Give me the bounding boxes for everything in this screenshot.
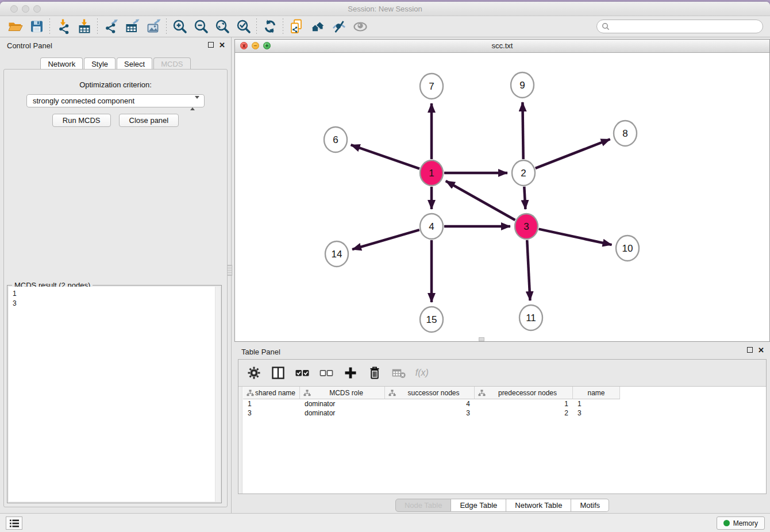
window-zoom-button[interactable] xyxy=(33,5,41,13)
import-network-button[interactable] xyxy=(52,17,74,36)
float-panel-icon[interactable] xyxy=(747,347,753,353)
column-header-name[interactable]: name xyxy=(573,387,620,399)
tab-network-table[interactable]: Network Table xyxy=(506,499,571,512)
table-row[interactable]: 1dominator411 xyxy=(243,399,766,408)
graph-edge-2-8[interactable] xyxy=(536,139,610,168)
close-panel-button[interactable]: Close panel xyxy=(119,114,179,127)
network-close-button[interactable]: x xyxy=(240,42,248,49)
table-row[interactable]: 3dominator323 xyxy=(243,408,766,418)
zoom-fit-button[interactable] xyxy=(211,17,233,36)
network-graph[interactable]: 7968124314101511 xyxy=(235,53,769,341)
float-panel-icon[interactable] xyxy=(208,42,214,48)
table-header-row: shared nameMCDS rolesuccessor nodesprede… xyxy=(243,387,620,399)
criterion-select[interactable]: strongly connected component xyxy=(26,94,205,107)
hide-graphics-details-button[interactable] xyxy=(328,17,349,36)
close-panel-icon[interactable]: ✕ xyxy=(219,42,225,48)
search-input[interactable] xyxy=(610,22,758,31)
graph-node-8[interactable]: 8 xyxy=(614,121,637,146)
split-view-button[interactable] xyxy=(270,364,287,381)
show-all-networks-button[interactable] xyxy=(307,17,328,36)
network-canvas[interactable]: 7968124314101511 xyxy=(235,53,769,341)
checked-boxes-icon xyxy=(295,365,310,380)
table-cell[interactable]: 2 xyxy=(475,408,573,418)
memory-button[interactable]: Memory xyxy=(717,516,765,530)
deselect-all-button[interactable] xyxy=(318,364,335,381)
function-builder-button[interactable]: f(x) xyxy=(414,364,432,381)
app-window: Session: New Session Control xyxy=(0,2,770,532)
show-graphics-details-button[interactable] xyxy=(349,17,371,36)
network-maximize-button[interactable]: + xyxy=(263,42,271,49)
graph-edge-4-14[interactable] xyxy=(352,230,419,249)
eye-icon xyxy=(352,18,368,34)
graph-node-7[interactable]: 7 xyxy=(420,74,443,99)
window-close-button[interactable] xyxy=(10,5,18,13)
graph-edge-3-10[interactable] xyxy=(539,229,612,245)
column-header-shared-name[interactable]: shared name xyxy=(243,387,300,399)
graph-node-6[interactable]: 6 xyxy=(324,127,347,152)
table-cell[interactable]: 3 xyxy=(385,408,475,418)
export-image-button[interactable] xyxy=(143,17,164,36)
divider-handle[interactable] xyxy=(227,265,232,276)
graph-node-4[interactable]: 4 xyxy=(420,214,443,239)
open-session-button[interactable] xyxy=(5,17,26,36)
table-cell[interactable]: 1 xyxy=(243,399,300,408)
tab-style[interactable]: Style xyxy=(84,57,116,70)
table-cell[interactable]: 3 xyxy=(573,408,620,418)
apply-layout-button[interactable] xyxy=(259,17,280,36)
save-session-button[interactable] xyxy=(26,17,47,36)
export-network-button[interactable] xyxy=(100,17,121,36)
table-cell[interactable]: 3 xyxy=(243,408,300,418)
graph-node-9[interactable]: 9 xyxy=(511,72,534,98)
export-table-button[interactable] xyxy=(121,17,143,36)
graph-node-1[interactable]: 1 xyxy=(420,160,443,186)
table-cell[interactable]: 1 xyxy=(475,399,573,408)
result-scrollbar[interactable] xyxy=(215,287,220,502)
add-row-button[interactable] xyxy=(342,364,359,381)
zoom-out-button[interactable] xyxy=(190,17,211,36)
svg-text:4: 4 xyxy=(429,221,434,232)
zoom-in-button[interactable] xyxy=(169,17,190,36)
tab-mcds[interactable]: MCDS xyxy=(153,57,190,70)
tab-select[interactable]: Select xyxy=(117,57,152,70)
graph-node-2[interactable]: 2 xyxy=(512,160,535,186)
clone-network-icon xyxy=(288,18,305,34)
graph-edge-2-3[interactable] xyxy=(524,187,525,209)
task-history-button[interactable] xyxy=(6,516,22,530)
tab-edge-table[interactable]: Edge Table xyxy=(451,499,506,512)
tab-network[interactable]: Network xyxy=(40,57,83,70)
graph-node-15[interactable]: 15 xyxy=(420,307,443,332)
graph-node-11[interactable]: 11 xyxy=(519,305,542,330)
graph-edge-1-6[interactable] xyxy=(351,145,419,168)
column-header-MCDS-role[interactable]: MCDS role xyxy=(300,387,385,399)
tab-motifs[interactable]: Motifs xyxy=(571,499,609,512)
graph-node-14[interactable]: 14 xyxy=(325,241,348,267)
clone-network-button[interactable] xyxy=(286,17,307,36)
graph-edge-3-1[interactable] xyxy=(446,181,515,220)
import-table-button[interactable] xyxy=(74,17,95,36)
table-cell[interactable]: dominator xyxy=(300,399,385,408)
main-area: Control Panel ✕ NetworkStyleSelectMCDS O… xyxy=(0,37,770,513)
mcds-result-area[interactable]: 1 3 xyxy=(9,287,220,502)
tab-node-table[interactable]: Node Table xyxy=(395,499,452,512)
table-cell[interactable]: dominator xyxy=(300,408,385,418)
column-header-successor-nodes[interactable]: successor nodes xyxy=(385,387,475,399)
zoom-selected-button[interactable] xyxy=(233,17,254,36)
table-cell[interactable]: 1 xyxy=(573,399,620,408)
select-all-button[interactable] xyxy=(294,364,311,381)
table-cell[interactable]: 4 xyxy=(385,399,475,408)
graph-node-3[interactable]: 3 xyxy=(515,214,538,239)
graph-edge-2-9[interactable] xyxy=(522,102,523,159)
canvas-resize-handle[interactable] xyxy=(479,337,484,341)
network-minimize-button[interactable]: − xyxy=(252,42,259,49)
column-header-predecessor-nodes[interactable]: predecessor nodes xyxy=(475,387,573,399)
graph-edge-3-11[interactable] xyxy=(527,240,530,300)
window-minimize-button[interactable] xyxy=(22,5,29,13)
graph-node-10[interactable]: 10 xyxy=(616,236,639,261)
import-network-icon xyxy=(55,18,71,34)
delete-table-button[interactable] xyxy=(390,364,407,381)
run-mcds-button[interactable]: Run MCDS xyxy=(52,114,111,127)
search-box[interactable] xyxy=(596,20,763,33)
table-settings-button[interactable] xyxy=(245,364,263,381)
close-panel-icon[interactable]: ✕ xyxy=(758,347,764,353)
delete-row-button[interactable] xyxy=(366,364,383,381)
